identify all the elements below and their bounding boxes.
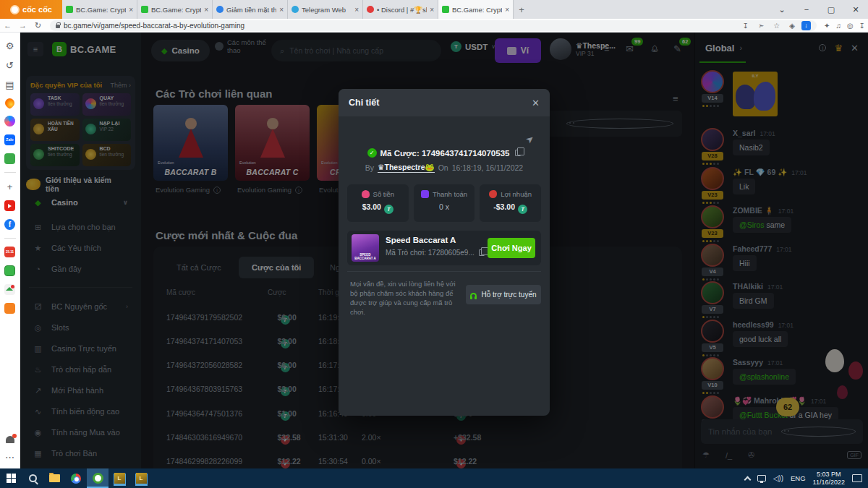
download-active-icon[interactable]: ↓ (801, 21, 811, 30)
reload-button[interactable]: ↻ (30, 21, 46, 30)
hot-trends-icon[interactable] (3, 96, 16, 109)
bcgame-favicon (442, 6, 449, 13)
browser-tab[interactable]: BC.Game: Crypto Casino Gam× (62, 0, 137, 19)
support-text: Mọi vấn đề, xin vui lòng liên hệ với bộ … (350, 279, 460, 317)
stat-amount: Số tiền $3.00T (347, 184, 409, 222)
browser-tab-bar: cốc cốc BC.Game: Crypto Casino Gam× BC.G… (0, 0, 868, 19)
copy-icon[interactable] (515, 150, 521, 156)
tab-close-icon[interactable]: × (505, 6, 509, 14)
browser-tab[interactable]: • Discord | #🏆show-off-you× (363, 0, 438, 19)
clock[interactable]: 5:03 PM11/16/2022 (813, 471, 845, 487)
bet-author-link[interactable]: ♛Thespectre🐸 (378, 163, 435, 173)
media-icon[interactable]: ♫ (835, 22, 841, 30)
live-support-button[interactable]: Hỗ trợ trực tuyến (466, 285, 541, 304)
url-text[interactable]: bc.game/vi/game/speed-baccarat-a-by-evol… (64, 22, 736, 30)
bcgame-favicon (66, 6, 73, 13)
bookmark-star-icon[interactable]: ☆ (773, 22, 780, 30)
game-id: Mã Trò chơi: 17280605e9... (386, 249, 485, 257)
stat-profit: Lợi nhuận -$3.00T (480, 184, 541, 222)
volume-icon[interactable]: ◁)) (773, 474, 783, 482)
bcgame-favicon (141, 6, 148, 13)
extensions-icon[interactable]: ✦ (824, 22, 830, 30)
bet-datetime: 16:18:19, 16/11/2022 (452, 163, 523, 172)
bet-id-line: ✓ Mã Cược: 1749643741714070535 (339, 148, 550, 158)
tab-close-icon[interactable]: × (204, 6, 208, 14)
support-section: Mọi vấn đề, xin vui lòng liên hệ với bộ … (347, 271, 541, 279)
site-favicon (216, 6, 224, 13)
zalo-icon[interactable]: Zalo (4, 134, 15, 145)
language-indicator[interactable]: ENG (791, 474, 806, 482)
share-icon[interactable]: ➤ (524, 132, 537, 146)
coccoc-brand[interactable]: cốc cốc (0, 0, 62, 19)
close-button[interactable]: ✕ (843, 0, 868, 19)
messenger-icon[interactable] (4, 116, 15, 127)
minimize-button[interactable]: − (794, 0, 819, 19)
tab-search-icon[interactable]: ⌄ (770, 0, 794, 19)
action-center-icon[interactable] (852, 474, 862, 482)
tab-close-icon[interactable]: × (354, 6, 359, 14)
lock-icon (56, 25, 60, 28)
bet-details-modal: Chi tiết ✕ ➤ ✓ Mã Cược: 1749643741714070… (339, 89, 550, 416)
app-icon-2[interactable]: L (130, 468, 152, 488)
copy-icon[interactable] (479, 249, 485, 256)
brand-label: cốc cốc (22, 5, 52, 14)
play-now-button[interactable]: Chơi Ngay (488, 238, 535, 258)
history-icon[interactable]: ↺ (4, 59, 16, 71)
forward-button[interactable]: → (15, 21, 30, 30)
tab-close-icon[interactable]: × (129, 6, 133, 14)
verified-check-icon: ✓ (367, 148, 377, 158)
headset-icon (470, 293, 477, 297)
sale-25-11-icon[interactable]: 25.11 (4, 247, 15, 257)
modal-title: Chi tiết (349, 98, 532, 108)
modal-header: Chi tiết ✕ (339, 89, 550, 116)
hidden-icons-chevron[interactable] (744, 476, 751, 483)
piggy-icon (362, 190, 370, 198)
bet-stats: Số tiền $3.00T Thanh toán 0 x Lợi nhuận … (347, 184, 541, 222)
browser-tab[interactable]: Giảm tiền mặt theo tiến hóa× (213, 0, 288, 19)
add-shortcut-icon[interactable]: + (4, 181, 16, 192)
coccoc-logo-icon (10, 5, 20, 14)
usdt-icon: T (384, 205, 393, 214)
network-icon[interactable] (757, 475, 766, 481)
browser-tab[interactable]: Telegram Web× (288, 0, 363, 19)
chrome-icon[interactable] (65, 468, 87, 488)
battery-saver-icon[interactable] (4, 265, 15, 276)
bet-author-line: By ♛Thespectre🐸 On 16:18:19, 16/11/2022 (339, 163, 550, 173)
modal-close-icon[interactable]: ✕ (532, 98, 540, 108)
game-thumbnail[interactable]: SPEED BACCARAT A (352, 234, 379, 262)
education-icon[interactable] (4, 284, 15, 295)
more-options-icon[interactable]: ⋯ (4, 451, 16, 463)
wallet-icon (421, 190, 429, 198)
facebook-icon[interactable]: f (4, 219, 15, 230)
coccoc-taskbar-icon[interactable] (87, 468, 109, 488)
telegram-favicon (292, 6, 299, 13)
system-tray: ◁)) ENG 5:03 PM11/16/2022 (745, 471, 868, 487)
new-tab-button[interactable]: + (514, 0, 529, 19)
maximize-button[interactable]: ▢ (819, 0, 843, 19)
settings-gear-icon[interactable]: ⚙ (4, 40, 16, 51)
save-icon[interactable]: ↧ (743, 22, 749, 30)
shopping-cart-icon[interactable] (4, 303, 15, 314)
game-name[interactable]: Speed Baccarat A (386, 236, 456, 244)
url-field[interactable]: bc.game/vi/game/speed-baccarat-a-by-evol… (50, 20, 817, 31)
tab-close-icon[interactable]: × (430, 6, 434, 14)
downloads-icon[interactable]: ↧ (859, 22, 865, 30)
notification-bell-icon[interactable] (6, 436, 14, 443)
shield-icon[interactable]: ◈ (789, 22, 795, 30)
profile-icon[interactable]: ◎ (847, 22, 854, 30)
app-icon-1[interactable]: L (109, 468, 130, 488)
share-icon[interactable]: ➣ (758, 22, 764, 30)
feed-icon[interactable]: ▤ (4, 79, 16, 90)
tab-close-icon[interactable]: × (279, 6, 284, 14)
browser-tab[interactable]: BC.Game: Crypto Casino Gam× (137, 0, 213, 19)
youtube-icon[interactable] (4, 200, 15, 211)
file-explorer-icon[interactable] (43, 468, 65, 488)
taskbar-search-icon[interactable] (22, 468, 43, 488)
start-button[interactable] (0, 468, 22, 488)
browser-tab-active[interactable]: BC.Game: Crypto Casino Gam× (438, 0, 514, 19)
games-icon[interactable] (4, 153, 15, 164)
divider (4, 172, 16, 173)
stat-payout: Thanh toán 0 x (414, 184, 475, 222)
back-button[interactable]: ← (0, 21, 15, 30)
profit-icon (489, 190, 497, 198)
